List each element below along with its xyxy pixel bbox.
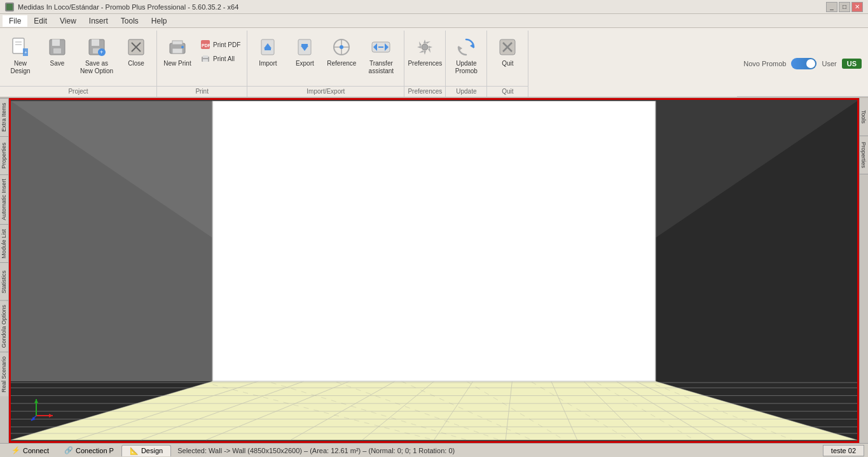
- sidebar-tab-tools[interactable]: Tools: [860, 98, 868, 136]
- import-label: Import: [259, 60, 277, 67]
- svg-text:PDF: PDF: [202, 43, 210, 48]
- status-tab-right[interactable]: teste 02: [823, 445, 864, 456]
- sidebar-tab-automatic-insert[interactable]: Automatic Insert: [0, 174, 8, 224]
- menu-bar: File Edit View Insert Tools Help: [0, 14, 868, 28]
- close-button-ribbon[interactable]: Close: [118, 33, 154, 84]
- sidebar-tab-real-scenario[interactable]: Real Scenario: [0, 352, 8, 397]
- menu-help[interactable]: Help: [145, 15, 174, 27]
- close-button[interactable]: ✕: [851, 2, 863, 12]
- user-badge[interactable]: US: [842, 59, 862, 69]
- sidebar-tab-module-list[interactable]: Module List: [0, 224, 8, 262]
- transfer-assistant-label: Transfer assistant: [363, 60, 399, 75]
- menu-view[interactable]: View: [53, 15, 83, 27]
- import-export-buttons: Import Export Reference Tr: [247, 31, 404, 86]
- sidebar-tab-gondola-options[interactable]: Gondola Options: [0, 300, 8, 352]
- reference-button[interactable]: Reference: [324, 33, 359, 84]
- status-tab-design[interactable]: 📐 Design: [121, 445, 171, 456]
- svg-rect-24: [203, 55, 208, 58]
- maximize-button[interactable]: □: [839, 2, 850, 12]
- export-icon: [294, 37, 315, 57]
- svg-rect-18: [172, 41, 183, 45]
- svg-marker-49: [212, 101, 655, 381]
- print-pdf-label: Print PDF: [213, 41, 240, 48]
- svg-text:+: +: [100, 49, 103, 55]
- transfer-assistant-button[interactable]: Transfer assistant: [361, 33, 401, 84]
- preferences-group-label: Preferences: [404, 86, 445, 97]
- menu-insert[interactable]: Insert: [83, 15, 114, 27]
- import-button[interactable]: Import: [250, 33, 286, 84]
- sidebar-tab-properties[interactable]: Properties: [0, 136, 8, 174]
- update-group-label: Update: [446, 86, 486, 97]
- status-tab-conection-p[interactable]: 🔗 Conection P: [57, 445, 121, 456]
- quit-label: Quit: [502, 60, 513, 67]
- quit-group-label: Quit: [487, 86, 528, 97]
- viewport-3d[interactable]: [9, 98, 859, 443]
- new-design-button[interactable]: + New Design: [3, 33, 38, 84]
- new-print-label: New Print: [163, 60, 191, 67]
- status-bar: ⚡ Connect 🔗 Conection P 📐 Design Selecte…: [0, 443, 868, 457]
- menu-file[interactable]: File: [3, 15, 27, 27]
- top-right-area: Novo Promob User US: [737, 31, 868, 97]
- svg-rect-10: [92, 39, 99, 46]
- svg-rect-0: [6, 4, 13, 10]
- preferences-buttons: Preferences: [404, 31, 445, 86]
- print-pdf-button[interactable]: PDF Print PDF: [196, 38, 244, 51]
- sidebar-tab-statistics[interactable]: Statistics: [0, 262, 8, 300]
- ribbon: + New Design Save + Save as New Option: [0, 28, 868, 98]
- quit-button[interactable]: Quit: [490, 33, 525, 84]
- svg-marker-87: [34, 399, 38, 403]
- preferences-label: Preferences: [408, 60, 442, 67]
- close-ribbon-label: Close: [128, 60, 144, 67]
- import-export-group-label: Import/Export: [247, 86, 404, 97]
- novo-promob-label: Novo Promob: [743, 60, 786, 67]
- sidebar-tab-right-properties[interactable]: Properties: [860, 136, 868, 174]
- export-button[interactable]: Export: [287, 33, 322, 84]
- ribbon-group-preferences: Preferences Preferences: [404, 31, 446, 97]
- quit-icon: [497, 37, 518, 57]
- preferences-button[interactable]: Preferences: [407, 33, 443, 84]
- new-print-button[interactable]: New Print: [160, 33, 195, 84]
- conection-p-tab-label: Conection P: [76, 447, 114, 454]
- save-label: Save: [50, 60, 65, 67]
- print-buttons: New Print PDF Print PDF Print All: [157, 31, 247, 86]
- svg-point-40: [422, 44, 428, 50]
- project-group-label: Project: [0, 86, 156, 97]
- left-sidebar: Extra Items Properties Automatic Insert …: [0, 98, 9, 443]
- connect-tab-icon: ⚡: [11, 446, 20, 454]
- status-tab-connect[interactable]: ⚡ Connect: [4, 445, 57, 456]
- menu-edit[interactable]: Edit: [27, 15, 53, 27]
- ribbon-group-project: + New Design Save + Save as New Option: [0, 31, 157, 97]
- transfer-icon: [371, 37, 391, 57]
- save-new-icon: +: [86, 37, 107, 57]
- svg-rect-31: [301, 44, 308, 46]
- export-label: Export: [296, 60, 314, 67]
- print-icon: [167, 37, 188, 57]
- save-icon: [47, 37, 67, 57]
- title-bar-controls[interactable]: _ □ ✕: [826, 2, 863, 12]
- ribbon-group-import-export: Import Export Reference Tr: [247, 31, 404, 97]
- svg-rect-7: [52, 39, 60, 46]
- update-promob-button[interactable]: Update Promob: [448, 33, 484, 84]
- save-as-new-option-button[interactable]: + Save as New Option: [76, 33, 117, 84]
- novo-promob-toggle[interactable]: [791, 58, 816, 69]
- quit-buttons: Quit: [487, 31, 528, 86]
- minimize-button[interactable]: _: [826, 2, 837, 12]
- import-icon: [258, 37, 278, 57]
- title-text: Medidas In Loco/Estándar - Promob Plus P…: [18, 3, 238, 11]
- close-icon: [126, 37, 146, 57]
- svg-marker-42: [458, 46, 462, 51]
- reference-label: Reference: [327, 60, 356, 67]
- ribbon-group-update: Update Promob Update: [446, 31, 487, 97]
- svg-text:+: +: [24, 50, 27, 55]
- svg-point-35: [340, 45, 343, 49]
- print-all-button[interactable]: Print All: [196, 52, 244, 65]
- save-button[interactable]: Save: [39, 33, 75, 84]
- connect-tab-label: Connect: [23, 447, 49, 454]
- menu-tools[interactable]: Tools: [114, 15, 145, 27]
- gizmo-axes: [30, 397, 55, 422]
- status-text: Selected: Wall -> Wall (4850x150x2600) –…: [171, 447, 823, 454]
- svg-rect-1: [13, 38, 24, 53]
- print-all-label: Print All: [213, 55, 235, 62]
- sidebar-tab-extra-items[interactable]: Extra Items: [0, 98, 8, 136]
- title-bar: Medidas In Loco/Estándar - Promob Plus P…: [0, 0, 868, 14]
